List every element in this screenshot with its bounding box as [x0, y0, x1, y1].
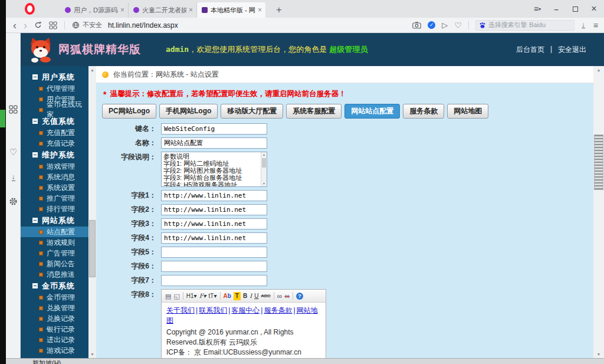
- browser-tab[interactable]: 火童二开龙者娱乐+完美…: [129, 2, 197, 18]
- search-box[interactable]: 选择搜索引擎 Baidu: [475, 20, 575, 31]
- description-textarea[interactable]: 参数说明 字段1: 网站二维码地址 字段2: 网站图片服务器地址 字段3: 网站…: [161, 152, 267, 187]
- text-input[interactable]: http://www.linlin.net: [161, 190, 267, 201]
- text-input[interactable]: 网站站点配置: [161, 137, 267, 149]
- tab-close-icon[interactable]: [120, 6, 124, 14]
- sidebar-item-金币在线玩家[interactable]: 金币在线玩家: [21, 104, 88, 115]
- sidebar-item-游戏规则[interactable]: 游戏规则: [21, 237, 88, 248]
- browser-tab[interactable]: 用户，D源源码科技 — W: [60, 2, 129, 18]
- sidebar-item-兑换管理[interactable]: 兑换管理: [21, 303, 88, 313]
- content-scrollbar[interactable]: [593, 66, 604, 358]
- sidebar-item-广告管理[interactable]: 广告管理: [21, 248, 88, 258]
- verified-badge-icon[interactable]: ✓: [428, 21, 435, 29]
- sidebar-item-银行记录[interactable]: 银行记录: [21, 324, 88, 335]
- logout-link[interactable]: 安全退出: [558, 45, 586, 55]
- backcolor-button[interactable]: T: [234, 292, 241, 300]
- image-icon[interactable]: ▤: [165, 292, 171, 300]
- text-input[interactable]: http://www.linlin.net: [161, 218, 267, 229]
- minimize-button[interactable]: [550, 5, 563, 14]
- unlink-button[interactable]: ∞: [284, 292, 290, 300]
- sidebar-section-header[interactable]: 用户系统: [21, 71, 88, 83]
- rich-text-editor[interactable]: ▤◱H1▾F▾tT▾AbTBIUABC∞∞?关于我们|联系我们|客服中心|服务条…: [161, 289, 326, 358]
- snapshot-camera-icon[interactable]: [412, 22, 421, 29]
- sidebar-item-系统设置[interactable]: 系统设置: [21, 182, 88, 193]
- editor-link[interactable]: 联系我们: [199, 306, 227, 314]
- fontname-select[interactable]: F▾: [199, 292, 206, 300]
- sidebar-item-排行管理[interactable]: 排行管理: [21, 204, 88, 214]
- security-label[interactable]: 不安全: [83, 21, 102, 29]
- text-input[interactable]: [161, 261, 267, 272]
- scroll-up-icon[interactable]: [88, 66, 96, 74]
- strikethrough-button[interactable]: ABC: [261, 292, 270, 300]
- sidebar-item-系统消息[interactable]: 系统消息: [21, 172, 88, 182]
- config-tab[interactable]: 系统客服配置: [286, 104, 342, 119]
- sidebar-item-兑换记录[interactable]: 兑换记录: [21, 313, 88, 324]
- editor-content[interactable]: 关于我们|联系我们|客服中心|服务条款|网站地图Copyright @ 2016…: [162, 303, 326, 358]
- heading-select[interactable]: H1▾: [186, 292, 197, 300]
- editor-link[interactable]: 关于我们: [166, 306, 195, 314]
- underline-button[interactable]: U: [254, 292, 258, 300]
- textarea-scrollbar[interactable]: [261, 152, 267, 186]
- forward-icon[interactable]: [24, 20, 27, 31]
- sidebar-item-代理管理[interactable]: 代理管理: [21, 83, 88, 94]
- config-tab[interactable]: 网站地图: [447, 104, 488, 119]
- sidebar-item-充值配置[interactable]: 充值配置: [21, 127, 88, 138]
- sidebar-item-站点配置[interactable]: 站点配置: [21, 227, 88, 237]
- sidebar-item-游戏管理[interactable]: 游戏管理: [21, 161, 88, 172]
- config-tab[interactable]: 手机网站Logo: [159, 104, 218, 119]
- sidebar-item-新闻公告[interactable]: 新闻公告: [21, 258, 88, 269]
- new-tab-button[interactable]: [271, 2, 287, 18]
- fullscreen-icon[interactable]: ◱: [173, 292, 179, 300]
- bold-button[interactable]: B: [243, 292, 247, 300]
- sidebar-section-header[interactable]: 网站系统: [21, 214, 88, 227]
- maximize-button[interactable]: [569, 5, 582, 14]
- sidebar-item-进出记录[interactable]: 进出记录: [21, 335, 88, 345]
- opera-menu-icon[interactable]: [25, 3, 35, 15]
- text-input[interactable]: WebSiteConfig: [161, 123, 267, 135]
- scroll-down-icon[interactable]: [593, 350, 604, 358]
- config-tab[interactable]: PC网站Logo: [102, 104, 156, 119]
- text-input[interactable]: http://www.linlin.net: [161, 232, 267, 244]
- bookmark-heart-icon[interactable]: [454, 21, 462, 30]
- forecolor-button[interactable]: Ab: [224, 292, 231, 300]
- scroll-down-icon[interactable]: [261, 181, 267, 186]
- text-input[interactable]: http://www.linlin.net: [161, 204, 267, 215]
- scroll-thumb[interactable]: [594, 135, 603, 190]
- scroll-thumb[interactable]: [262, 158, 266, 168]
- scroll-up-icon[interactable]: [261, 152, 267, 158]
- sidebar-panels-icon[interactable]: [593, 21, 598, 30]
- back-icon[interactable]: [13, 20, 17, 31]
- settings-gear-icon[interactable]: [6, 197, 21, 206]
- scroll-thumb[interactable]: [89, 220, 96, 277]
- text-input[interactable]: [161, 275, 267, 286]
- scroll-up-icon[interactable]: [593, 66, 604, 74]
- sidebar-item-消息推送[interactable]: 消息推送: [21, 269, 88, 280]
- config-tab[interactable]: 网站站点配置: [344, 104, 400, 119]
- url-text[interactable]: ht.linlin.net/Index.aspx: [108, 21, 178, 29]
- downloads-icon[interactable]: ↓: [6, 173, 21, 181]
- italic-button[interactable]: I: [250, 292, 252, 300]
- scroll-down-icon[interactable]: [88, 350, 96, 358]
- tab-menu-icon[interactable]: [531, 4, 544, 14]
- text-input[interactable]: [161, 247, 267, 258]
- config-tab[interactable]: 服务条款: [403, 104, 444, 119]
- sidebar-item-金币管理[interactable]: 金币管理: [21, 292, 88, 303]
- editor-link[interactable]: 客服中心: [231, 306, 260, 314]
- sidebar-scrollbar[interactable]: [88, 66, 96, 358]
- browser-tab[interactable]: 本地精华版 - 网站后台管理: [197, 2, 265, 18]
- sidebar-section-header[interactable]: 金币系统: [21, 280, 88, 292]
- speed-dial-grid-icon[interactable]: [6, 105, 21, 114]
- config-tab[interactable]: 移动版大厅配置: [221, 104, 283, 119]
- speed-dial-icon[interactable]: [49, 21, 57, 29]
- link-button[interactable]: ∞: [277, 292, 283, 300]
- downloads-icon[interactable]: [582, 22, 585, 28]
- tab-close-icon[interactable]: [258, 6, 262, 14]
- send-to-device-icon[interactable]: [442, 21, 448, 29]
- sidebar-section-header[interactable]: 维护系统: [21, 149, 88, 161]
- help-button[interactable]: ?: [296, 293, 303, 300]
- home-link[interactable]: 后台首页: [516, 45, 544, 55]
- sidebar-item-充值记录[interactable]: 充值记录: [21, 138, 88, 149]
- sidebar-item-游戏记录[interactable]: 游戏记录: [21, 345, 88, 356]
- tab-close-icon[interactable]: [189, 6, 193, 14]
- bookmarks-heart-icon[interactable]: ♡: [6, 147, 21, 158]
- close-button[interactable]: [587, 4, 600, 14]
